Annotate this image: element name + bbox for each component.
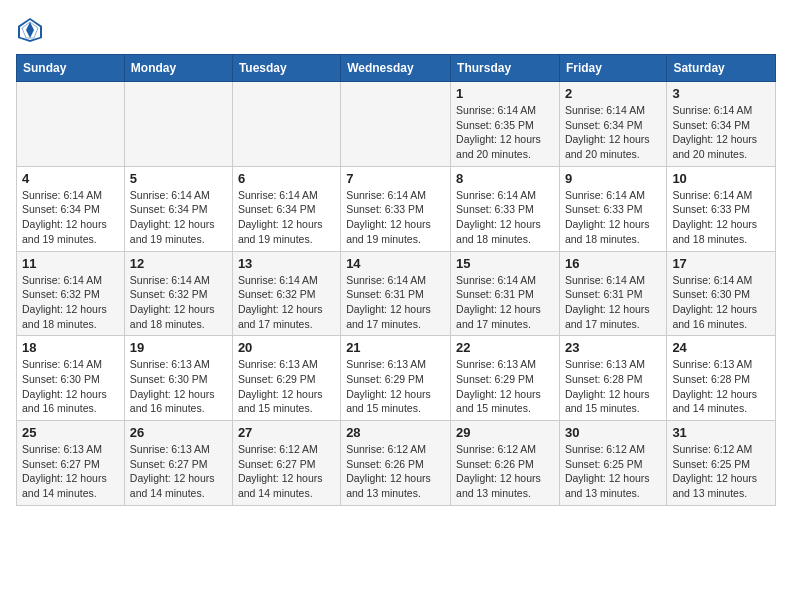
calendar-cell bbox=[341, 82, 451, 167]
calendar-cell: 15Sunrise: 6:14 AM Sunset: 6:31 PM Dayli… bbox=[451, 251, 560, 336]
calendar-week-2: 4Sunrise: 6:14 AM Sunset: 6:34 PM Daylig… bbox=[17, 166, 776, 251]
calendar-cell: 20Sunrise: 6:13 AM Sunset: 6:29 PM Dayli… bbox=[232, 336, 340, 421]
day-number: 29 bbox=[456, 425, 554, 440]
day-number: 7 bbox=[346, 171, 445, 186]
day-number: 11 bbox=[22, 256, 119, 271]
calendar-cell: 8Sunrise: 6:14 AM Sunset: 6:33 PM Daylig… bbox=[451, 166, 560, 251]
header-day-monday: Monday bbox=[124, 55, 232, 82]
day-number: 1 bbox=[456, 86, 554, 101]
calendar-cell: 14Sunrise: 6:14 AM Sunset: 6:31 PM Dayli… bbox=[341, 251, 451, 336]
calendar-cell: 23Sunrise: 6:13 AM Sunset: 6:28 PM Dayli… bbox=[559, 336, 666, 421]
calendar-cell: 27Sunrise: 6:12 AM Sunset: 6:27 PM Dayli… bbox=[232, 421, 340, 506]
day-number: 26 bbox=[130, 425, 227, 440]
day-info: Sunrise: 6:14 AM Sunset: 6:34 PM Dayligh… bbox=[672, 103, 770, 162]
day-info: Sunrise: 6:14 AM Sunset: 6:34 PM Dayligh… bbox=[22, 188, 119, 247]
day-info: Sunrise: 6:12 AM Sunset: 6:25 PM Dayligh… bbox=[672, 442, 770, 501]
day-number: 22 bbox=[456, 340, 554, 355]
day-info: Sunrise: 6:14 AM Sunset: 6:31 PM Dayligh… bbox=[346, 273, 445, 332]
day-info: Sunrise: 6:13 AM Sunset: 6:27 PM Dayligh… bbox=[130, 442, 227, 501]
calendar-cell: 25Sunrise: 6:13 AM Sunset: 6:27 PM Dayli… bbox=[17, 421, 125, 506]
day-info: Sunrise: 6:14 AM Sunset: 6:33 PM Dayligh… bbox=[672, 188, 770, 247]
calendar-week-1: 1Sunrise: 6:14 AM Sunset: 6:35 PM Daylig… bbox=[17, 82, 776, 167]
logo bbox=[16, 16, 48, 44]
calendar-cell: 29Sunrise: 6:12 AM Sunset: 6:26 PM Dayli… bbox=[451, 421, 560, 506]
calendar-cell: 1Sunrise: 6:14 AM Sunset: 6:35 PM Daylig… bbox=[451, 82, 560, 167]
day-info: Sunrise: 6:14 AM Sunset: 6:34 PM Dayligh… bbox=[130, 188, 227, 247]
day-number: 21 bbox=[346, 340, 445, 355]
day-number: 8 bbox=[456, 171, 554, 186]
day-info: Sunrise: 6:14 AM Sunset: 6:30 PM Dayligh… bbox=[672, 273, 770, 332]
calendar-cell: 30Sunrise: 6:12 AM Sunset: 6:25 PM Dayli… bbox=[559, 421, 666, 506]
day-number: 12 bbox=[130, 256, 227, 271]
calendar-cell: 19Sunrise: 6:13 AM Sunset: 6:30 PM Dayli… bbox=[124, 336, 232, 421]
day-number: 4 bbox=[22, 171, 119, 186]
calendar-week-5: 25Sunrise: 6:13 AM Sunset: 6:27 PM Dayli… bbox=[17, 421, 776, 506]
day-info: Sunrise: 6:12 AM Sunset: 6:26 PM Dayligh… bbox=[346, 442, 445, 501]
day-info: Sunrise: 6:14 AM Sunset: 6:30 PM Dayligh… bbox=[22, 357, 119, 416]
logo-icon bbox=[16, 16, 44, 44]
day-info: Sunrise: 6:13 AM Sunset: 6:29 PM Dayligh… bbox=[238, 357, 335, 416]
calendar-cell: 2Sunrise: 6:14 AM Sunset: 6:34 PM Daylig… bbox=[559, 82, 666, 167]
day-number: 3 bbox=[672, 86, 770, 101]
calendar-cell: 26Sunrise: 6:13 AM Sunset: 6:27 PM Dayli… bbox=[124, 421, 232, 506]
calendar-week-3: 11Sunrise: 6:14 AM Sunset: 6:32 PM Dayli… bbox=[17, 251, 776, 336]
calendar-table: SundayMondayTuesdayWednesdayThursdayFrid… bbox=[16, 54, 776, 506]
day-info: Sunrise: 6:14 AM Sunset: 6:31 PM Dayligh… bbox=[565, 273, 661, 332]
day-number: 5 bbox=[130, 171, 227, 186]
day-info: Sunrise: 6:12 AM Sunset: 6:27 PM Dayligh… bbox=[238, 442, 335, 501]
calendar-header-row: SundayMondayTuesdayWednesdayThursdayFrid… bbox=[17, 55, 776, 82]
day-number: 23 bbox=[565, 340, 661, 355]
day-number: 17 bbox=[672, 256, 770, 271]
calendar-cell: 21Sunrise: 6:13 AM Sunset: 6:29 PM Dayli… bbox=[341, 336, 451, 421]
day-info: Sunrise: 6:13 AM Sunset: 6:29 PM Dayligh… bbox=[456, 357, 554, 416]
calendar-cell: 7Sunrise: 6:14 AM Sunset: 6:33 PM Daylig… bbox=[341, 166, 451, 251]
calendar-cell: 11Sunrise: 6:14 AM Sunset: 6:32 PM Dayli… bbox=[17, 251, 125, 336]
day-number: 16 bbox=[565, 256, 661, 271]
day-number: 6 bbox=[238, 171, 335, 186]
day-info: Sunrise: 6:13 AM Sunset: 6:27 PM Dayligh… bbox=[22, 442, 119, 501]
day-number: 28 bbox=[346, 425, 445, 440]
calendar-cell: 24Sunrise: 6:13 AM Sunset: 6:28 PM Dayli… bbox=[667, 336, 776, 421]
day-info: Sunrise: 6:14 AM Sunset: 6:31 PM Dayligh… bbox=[456, 273, 554, 332]
day-info: Sunrise: 6:14 AM Sunset: 6:33 PM Dayligh… bbox=[346, 188, 445, 247]
calendar-cell: 16Sunrise: 6:14 AM Sunset: 6:31 PM Dayli… bbox=[559, 251, 666, 336]
day-number: 20 bbox=[238, 340, 335, 355]
header-day-friday: Friday bbox=[559, 55, 666, 82]
day-info: Sunrise: 6:12 AM Sunset: 6:26 PM Dayligh… bbox=[456, 442, 554, 501]
calendar-cell: 18Sunrise: 6:14 AM Sunset: 6:30 PM Dayli… bbox=[17, 336, 125, 421]
header-day-saturday: Saturday bbox=[667, 55, 776, 82]
calendar-cell: 28Sunrise: 6:12 AM Sunset: 6:26 PM Dayli… bbox=[341, 421, 451, 506]
header-day-thursday: Thursday bbox=[451, 55, 560, 82]
calendar-cell: 4Sunrise: 6:14 AM Sunset: 6:34 PM Daylig… bbox=[17, 166, 125, 251]
day-number: 19 bbox=[130, 340, 227, 355]
day-info: Sunrise: 6:14 AM Sunset: 6:32 PM Dayligh… bbox=[22, 273, 119, 332]
day-number: 31 bbox=[672, 425, 770, 440]
day-info: Sunrise: 6:14 AM Sunset: 6:32 PM Dayligh… bbox=[130, 273, 227, 332]
day-info: Sunrise: 6:13 AM Sunset: 6:28 PM Dayligh… bbox=[565, 357, 661, 416]
calendar-cell bbox=[124, 82, 232, 167]
day-info: Sunrise: 6:13 AM Sunset: 6:29 PM Dayligh… bbox=[346, 357, 445, 416]
day-number: 2 bbox=[565, 86, 661, 101]
calendar-cell bbox=[17, 82, 125, 167]
calendar-cell: 22Sunrise: 6:13 AM Sunset: 6:29 PM Dayli… bbox=[451, 336, 560, 421]
day-info: Sunrise: 6:14 AM Sunset: 6:32 PM Dayligh… bbox=[238, 273, 335, 332]
day-number: 25 bbox=[22, 425, 119, 440]
day-info: Sunrise: 6:14 AM Sunset: 6:34 PM Dayligh… bbox=[238, 188, 335, 247]
calendar-cell bbox=[232, 82, 340, 167]
calendar-week-4: 18Sunrise: 6:14 AM Sunset: 6:30 PM Dayli… bbox=[17, 336, 776, 421]
day-info: Sunrise: 6:14 AM Sunset: 6:33 PM Dayligh… bbox=[456, 188, 554, 247]
day-number: 18 bbox=[22, 340, 119, 355]
day-info: Sunrise: 6:13 AM Sunset: 6:30 PM Dayligh… bbox=[130, 357, 227, 416]
day-info: Sunrise: 6:14 AM Sunset: 6:35 PM Dayligh… bbox=[456, 103, 554, 162]
day-number: 9 bbox=[565, 171, 661, 186]
calendar-cell: 9Sunrise: 6:14 AM Sunset: 6:33 PM Daylig… bbox=[559, 166, 666, 251]
calendar-cell: 6Sunrise: 6:14 AM Sunset: 6:34 PM Daylig… bbox=[232, 166, 340, 251]
day-info: Sunrise: 6:14 AM Sunset: 6:33 PM Dayligh… bbox=[565, 188, 661, 247]
header-day-wednesday: Wednesday bbox=[341, 55, 451, 82]
day-number: 10 bbox=[672, 171, 770, 186]
day-info: Sunrise: 6:13 AM Sunset: 6:28 PM Dayligh… bbox=[672, 357, 770, 416]
calendar-cell: 17Sunrise: 6:14 AM Sunset: 6:30 PM Dayli… bbox=[667, 251, 776, 336]
day-number: 30 bbox=[565, 425, 661, 440]
day-number: 14 bbox=[346, 256, 445, 271]
day-number: 15 bbox=[456, 256, 554, 271]
